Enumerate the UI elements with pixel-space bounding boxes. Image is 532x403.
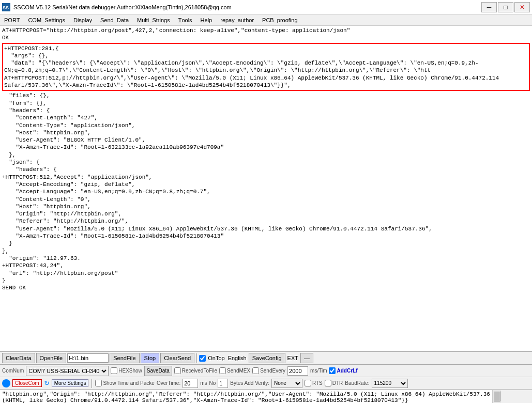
svg-text:SS: SS xyxy=(3,5,9,10)
over-time-input[interactable] xyxy=(183,379,198,388)
show-time-label[interactable]: Show Time and Packe xyxy=(103,380,155,386)
minus-button[interactable]: — xyxy=(300,353,313,363)
highlighted-content: +HTTPCPOST:281,{ "args": {}, "data": "{\… xyxy=(2,43,530,91)
dtr-checkbox[interactable] xyxy=(325,380,331,386)
dtr-label[interactable]: DTR xyxy=(332,380,343,386)
no-label: No xyxy=(209,380,216,386)
hex-show-label[interactable]: HEXShow xyxy=(118,368,142,374)
over-time-label: OverTime: xyxy=(157,380,180,386)
add-crlf-group: AddCrLf xyxy=(329,367,357,374)
maximize-button[interactable]: □ xyxy=(498,2,513,12)
highlighted-text: +HTTPCPOST:281,{ "args": {}, "data": "{\… xyxy=(4,45,528,89)
com-row: ComNum COM7 USB-SERIAL CH340 HEXShow Sav… xyxy=(0,365,532,377)
bottom-toolbar: ClearData OpenFile SendFile Stop ClearSe… xyxy=(0,351,532,365)
input-row: SEND xyxy=(0,390,532,403)
hex-show-group: HEXShow xyxy=(111,367,142,374)
dtr-group: DTR xyxy=(325,380,343,386)
save-config-button[interactable]: SaveConfig xyxy=(249,353,285,363)
baud-rate-label: BaudRate: xyxy=(345,380,369,386)
menu-help[interactable]: Help xyxy=(196,14,217,25)
content-httpcpost512: +HTTPCPOST:512,"Accept": "application/js… xyxy=(2,174,530,284)
verify-select[interactable]: None CRC16 Sum8 xyxy=(271,379,302,388)
send-every-group: SendEvery xyxy=(252,367,285,374)
received-to-file-group: ReceivedToFile xyxy=(174,367,217,374)
more-settings-button[interactable]: More Settings xyxy=(52,379,89,387)
send-settings-row: CloseCom ↻ More Settings Show Time and P… xyxy=(0,377,532,390)
on-top-label[interactable]: OnTop xyxy=(207,355,225,361)
close-button[interactable]: ✕ xyxy=(514,2,530,12)
com-port-select[interactable]: COM7 USB-SERIAL CH340 xyxy=(26,366,109,376)
send-button-area: SEND xyxy=(501,390,532,403)
title-bar: SS SSCOM V5.12 Serial/Net data debugger,… xyxy=(0,0,532,14)
ms-label: ms xyxy=(200,380,207,386)
title-controls: ─ □ ✕ xyxy=(481,2,530,12)
menu-bar: PORT COM_Settings Display Send_Data Mult… xyxy=(0,14,532,26)
clear-data-button[interactable]: ClearData xyxy=(2,353,35,363)
main-content: AT+HTTPCPOST="http://httpbin.org/post",4… xyxy=(0,26,532,351)
menu-display[interactable]: Display xyxy=(69,14,96,25)
menu-com-settings[interactable]: COM_Settings xyxy=(24,14,69,25)
content-rest: "files": {}, "form": {}, "headers": { "C… xyxy=(2,92,530,173)
stop-button[interactable]: Stop xyxy=(141,353,160,363)
content-send-ok: SEND OK xyxy=(2,284,530,291)
send-every-checkbox[interactable] xyxy=(252,367,259,374)
com-num-label: ComNum xyxy=(2,368,24,374)
app-icon: SS xyxy=(2,3,10,11)
status-indicator xyxy=(2,379,10,388)
add-crlf-checkbox[interactable] xyxy=(329,367,336,374)
send-mex-label[interactable]: SendMEX xyxy=(227,368,250,374)
input-scrollbar[interactable] xyxy=(493,390,501,403)
content-line2: OK xyxy=(2,34,530,41)
menu-tools[interactable]: Tools xyxy=(174,14,196,25)
menu-send-data[interactable]: Send_Data xyxy=(96,14,133,25)
add-crlf-label[interactable]: AddCrLf xyxy=(337,368,357,374)
file-path-input[interactable] xyxy=(67,353,109,363)
show-time-group: Show Time and Packe xyxy=(95,380,155,386)
show-time-checkbox[interactable] xyxy=(95,380,102,386)
menu-port[interactable]: PORT xyxy=(0,14,24,25)
rts-group: RTS xyxy=(305,380,323,386)
received-to-file-label[interactable]: ReceivedToFile xyxy=(182,368,217,374)
bytes-add-label: Bytes Add Verify: xyxy=(230,380,269,386)
open-file-button[interactable]: OpenFile xyxy=(36,353,67,363)
ms-tim-label: ms/Tim xyxy=(310,368,327,374)
refresh-icon[interactable]: ↻ xyxy=(44,379,50,387)
rts-label[interactable]: RTS xyxy=(312,380,323,386)
menu-repay-author[interactable]: repay_author xyxy=(216,14,258,25)
hex-show-checkbox[interactable] xyxy=(111,367,117,374)
interval-input[interactable] xyxy=(287,366,308,376)
title-left: SS SSCOM V5.12 Serial/Net data debugger,… xyxy=(2,3,232,11)
send-every-label[interactable]: SendEvery xyxy=(260,368,285,374)
content-line1: AT+HTTPCPOST="http://httpbin.org/post",4… xyxy=(2,27,530,34)
english-label: English xyxy=(227,355,248,361)
send-mex-checkbox[interactable] xyxy=(219,367,226,374)
no-input[interactable] xyxy=(218,379,228,388)
sep1 xyxy=(196,353,197,363)
menu-multi-strings[interactable]: Multi_Strings xyxy=(133,14,174,25)
close-com-button[interactable]: CloseCom xyxy=(12,379,42,387)
baud-rate-select[interactable]: 115200 xyxy=(372,379,408,388)
send-file-button[interactable]: SendFile xyxy=(110,353,139,363)
on-top-checkbox[interactable] xyxy=(199,355,206,362)
save-data-button[interactable]: SaveData xyxy=(144,366,172,376)
send-input-area[interactable] xyxy=(0,390,493,403)
minimize-button[interactable]: ─ xyxy=(481,2,497,12)
ext-label: EXT xyxy=(286,355,299,361)
menu-pcb-proofing[interactable]: PCB_proofing xyxy=(258,14,302,25)
rts-checkbox[interactable] xyxy=(305,380,311,386)
send-mex-group: SendMEX xyxy=(219,367,250,374)
title-text: SSCOM V5.12 Serial/Net data debugger,Aut… xyxy=(13,4,232,10)
sep2 xyxy=(92,379,92,388)
clear-send-button[interactable]: ClearSend xyxy=(160,353,194,363)
received-to-file-checkbox[interactable] xyxy=(174,367,181,374)
